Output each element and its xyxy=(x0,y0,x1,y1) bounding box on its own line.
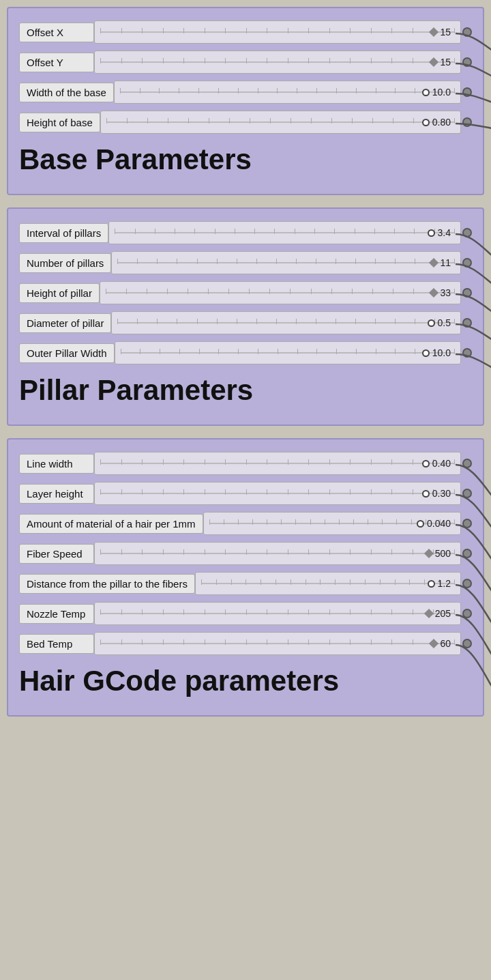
connector-out-number-pillars[interactable] xyxy=(462,258,472,268)
param-label-outer-pillar: Outer Pillar Width xyxy=(19,343,115,363)
slider-value-offset-x: 15 xyxy=(430,27,451,38)
circle-icon-diameter-pillar xyxy=(428,319,435,327)
param-content-distance-fibers: Distance from the pillar to the fibers1.… xyxy=(19,572,472,595)
slider-line-width[interactable]: 0.40 xyxy=(94,452,461,475)
circle-icon-distance-fibers xyxy=(428,580,435,588)
slider-value-distance-fibers: 1.2 xyxy=(428,578,451,589)
circle-icon-outer-pillar xyxy=(422,349,430,357)
connector-out-offset-x[interactable] xyxy=(462,27,472,37)
circle-icon-layer-height xyxy=(422,490,430,498)
slider-number-pillars[interactable]: 11 xyxy=(111,251,461,274)
param-label-nozzle-temp: Nozzle Temp xyxy=(19,604,94,624)
slider-value-line-width: 0.40 xyxy=(422,458,451,469)
connector-out-outer-pillar[interactable] xyxy=(462,348,472,358)
slider-value-fiber-speed: 500 xyxy=(426,548,451,559)
circle-icon-interval-pillars xyxy=(428,229,435,237)
param-row-distance-fibers: Distance from the pillar to the fibers1.… xyxy=(19,572,472,595)
param-content-layer-height: Layer height0.30 xyxy=(19,482,472,505)
slider-value-layer-height: 0.30 xyxy=(422,488,451,499)
section-title-pillar: Pillar Parameters xyxy=(19,374,472,409)
param-content-width-base: Width of the base10.0 xyxy=(19,81,472,104)
param-label-bed-temp: Bed Temp xyxy=(19,634,94,654)
connector-out-offset-y[interactable] xyxy=(462,57,472,67)
param-row-interval-pillars: Interval of pillars3.4 xyxy=(19,221,472,244)
diamond-icon-number-pillars xyxy=(429,258,438,268)
connector-out-line-width[interactable] xyxy=(462,459,472,468)
slider-height-base[interactable]: 0.80 xyxy=(100,111,461,134)
section-hair: Line width0.40Layer height0.30Amount of … xyxy=(0,438,491,717)
slider-value-nozzle-temp: 205 xyxy=(426,608,451,619)
param-row-line-width: Line width0.40 xyxy=(19,452,472,475)
connector-out-nozzle-temp[interactable] xyxy=(462,609,472,618)
connector-out-height-pillar[interactable] xyxy=(462,288,472,298)
slider-layer-height[interactable]: 0.30 xyxy=(94,482,461,505)
param-label-height-base: Height of base xyxy=(19,113,100,132)
slider-interval-pillars[interactable]: 3.4 xyxy=(108,221,461,244)
connector-out-interval-pillars[interactable] xyxy=(462,228,472,237)
param-content-line-width: Line width0.40 xyxy=(19,452,472,475)
param-row-material-amount: Amount of material of a hair per 1mm0.04… xyxy=(19,512,472,535)
slider-width-base[interactable]: 10.0 xyxy=(114,81,461,104)
param-label-number-pillars: Number of pillars xyxy=(19,253,111,273)
connector-out-layer-height[interactable] xyxy=(462,489,472,498)
slider-nozzle-temp[interactable]: 205 xyxy=(94,602,461,625)
param-content-height-base: Height of base0.80 xyxy=(19,111,472,134)
param-label-height-pillar: Height of pillar xyxy=(19,283,100,303)
param-content-nozzle-temp: Nozzle Temp205 xyxy=(19,602,472,625)
slider-value-height-pillar: 33 xyxy=(430,287,451,298)
param-label-layer-height: Layer height xyxy=(19,484,94,504)
slider-distance-fibers[interactable]: 1.2 xyxy=(195,572,461,595)
slider-fiber-speed[interactable]: 500 xyxy=(94,542,461,565)
slider-offset-x[interactable]: 15 xyxy=(94,20,461,44)
slider-outer-pillar[interactable]: 10.0 xyxy=(115,341,461,364)
param-content-offset-y: Offset Y15 xyxy=(19,51,472,74)
param-row-diameter-pillar: Diameter of pillar0.5 xyxy=(19,311,472,334)
panel-hair: Line width0.40Layer height0.30Amount of … xyxy=(7,438,484,717)
param-label-diameter-pillar: Diameter of pillar xyxy=(19,313,111,333)
slider-bed-temp[interactable]: 60 xyxy=(94,632,461,655)
param-label-offset-x: Offset X xyxy=(19,23,94,42)
connector-out-height-base[interactable] xyxy=(462,117,472,127)
diamond-icon-offset-x xyxy=(429,27,438,37)
slider-value-material-amount: 0.040 xyxy=(417,518,451,529)
section-title-hair: Hair GCode parameters xyxy=(19,665,472,700)
slider-material-amount[interactable]: 0.040 xyxy=(203,512,461,535)
slider-value-offset-y: 15 xyxy=(430,57,451,68)
param-content-material-amount: Amount of material of a hair per 1mm0.04… xyxy=(19,512,472,535)
slider-value-width-base: 10.0 xyxy=(422,87,451,98)
param-label-width-base: Width of the base xyxy=(19,83,114,102)
section-title-base: Base Parameters xyxy=(19,143,472,179)
slider-value-number-pillars: 11 xyxy=(430,257,451,268)
param-content-interval-pillars: Interval of pillars3.4 xyxy=(19,221,472,244)
param-row-height-base: Height of base0.80 xyxy=(19,111,472,134)
param-label-material-amount: Amount of material of a hair per 1mm xyxy=(19,514,203,534)
connector-out-width-base[interactable] xyxy=(462,87,472,97)
param-label-fiber-speed: Fiber Speed xyxy=(19,544,94,564)
connector-out-bed-temp[interactable] xyxy=(462,639,472,648)
panel-base: Offset X15Offset Y15Width of the base10.… xyxy=(7,7,484,195)
circle-icon-width-base xyxy=(422,89,430,96)
diamond-icon-offset-y xyxy=(429,57,438,67)
circle-icon-height-base xyxy=(422,119,430,126)
param-label-offset-y: Offset Y xyxy=(19,53,94,72)
param-content-number-pillars: Number of pillars11 xyxy=(19,251,472,274)
connector-out-fiber-speed[interactable] xyxy=(462,549,472,558)
slider-offset-y[interactable]: 15 xyxy=(94,51,461,74)
slider-value-outer-pillar: 10.0 xyxy=(422,347,451,358)
connector-out-distance-fibers[interactable] xyxy=(462,579,472,588)
diamond-icon-nozzle-temp xyxy=(424,609,434,618)
diamond-icon-fiber-speed xyxy=(424,549,434,558)
circle-icon-material-amount xyxy=(417,520,424,528)
param-content-offset-x: Offset X15 xyxy=(19,20,472,44)
param-label-line-width: Line width xyxy=(19,454,94,474)
param-content-bed-temp: Bed Temp60 xyxy=(19,632,472,655)
slider-height-pillar[interactable]: 33 xyxy=(100,281,461,304)
param-row-offset-x: Offset X15 xyxy=(19,20,472,44)
param-content-height-pillar: Height of pillar33 xyxy=(19,281,472,304)
param-content-outer-pillar: Outer Pillar Width10.0 xyxy=(19,341,472,364)
slider-diameter-pillar[interactable]: 0.5 xyxy=(111,311,461,334)
param-row-outer-pillar: Outer Pillar Width10.0 xyxy=(19,341,472,364)
connector-out-material-amount[interactable] xyxy=(462,519,472,528)
param-row-height-pillar: Height of pillar33 xyxy=(19,281,472,304)
connector-out-diameter-pillar[interactable] xyxy=(462,318,472,328)
